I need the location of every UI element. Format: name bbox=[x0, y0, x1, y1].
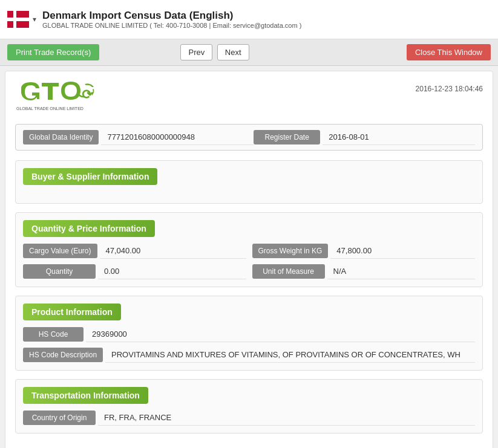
quantity-price-section: Quantity & Price Information Cargo Value… bbox=[15, 212, 483, 287]
timestamp: 2016-12-23 18:04:46 bbox=[416, 85, 483, 93]
logo-container: ⟳ GLOBAL TRADE ONLINE LIMITED bbox=[15, 81, 100, 114]
country-origin-label: Country of Origin bbox=[23, 411, 96, 425]
identity-row: Global Data Identity 7771201608000000094… bbox=[15, 124, 483, 151]
nav-group: Prev Next bbox=[178, 44, 249, 60]
buyer-supplier-section: Buyer & Supplier Information bbox=[15, 160, 483, 204]
main-content: ⟳ GLOBAL TRADE ONLINE LIMITED 2016-12-23… bbox=[5, 71, 493, 448]
svg-rect-2 bbox=[7, 18, 29, 21]
global-data-value: 77712016080000000948 bbox=[101, 129, 254, 145]
register-date-label: Register Date bbox=[254, 130, 320, 144]
toolbar: Print Trade Record(s) Prev Next Close Th… bbox=[0, 39, 498, 66]
header-dropdown-arrow[interactable]: ▾ bbox=[33, 15, 36, 24]
gto-logo-icon: ⟳ GLOBAL TRADE ONLINE LIMITED bbox=[15, 81, 100, 114]
close-button[interactable]: Close This Window bbox=[407, 44, 491, 60]
quantity-label: Quantity bbox=[23, 264, 96, 279]
hs-desc-label: HS Code Description bbox=[23, 348, 103, 362]
header-subtitle: GLOBAL TRADE ONLINE LIMITED ( Tel: 400-7… bbox=[42, 22, 491, 29]
hs-desc-row: HS Code Description PROVITAMINS AND MIXT… bbox=[23, 347, 475, 363]
gross-weight-value: 47,800.00 bbox=[330, 243, 475, 259]
uom-value: N/A bbox=[327, 264, 476, 279]
denmark-flag-icon bbox=[7, 11, 29, 28]
print-button[interactable]: Print Trade Record(s) bbox=[7, 44, 99, 60]
quantity-box: Quantity 0.00 bbox=[23, 264, 246, 279]
svg-text:GLOBAL TRADE ONLINE LIMITED: GLOBAL TRADE ONLINE LIMITED bbox=[16, 106, 84, 111]
country-origin-box: Country of Origin FR, FRA, FRANCE bbox=[23, 410, 475, 426]
register-date-value: 2016-08-01 bbox=[323, 129, 475, 145]
svg-text:⟳: ⟳ bbox=[82, 87, 94, 102]
header-bar: ▾ Denmark Import Census Data (English) G… bbox=[0, 0, 498, 39]
cargo-value-label: Cargo Value (Euro) bbox=[23, 244, 97, 258]
buyer-supplier-header: Buyer & Supplier Information bbox=[23, 168, 157, 185]
uom-label: Unit of Measure bbox=[252, 264, 325, 279]
logo-row: ⟳ GLOBAL TRADE ONLINE LIMITED 2016-12-23… bbox=[15, 81, 483, 114]
header-title: Denmark Import Census Data (English) bbox=[42, 10, 491, 22]
prev-button[interactable]: Prev bbox=[180, 44, 212, 60]
country-origin-value: FR, FRA, FRANCE bbox=[98, 410, 475, 426]
country-origin-row: Country of Origin FR, FRA, FRANCE bbox=[23, 410, 475, 426]
global-data-label: Global Data Identity bbox=[23, 130, 99, 144]
hs-code-value: 29369000 bbox=[86, 326, 475, 342]
quantity-price-header: Quantity & Price Information bbox=[23, 220, 155, 237]
quantity-uom-row: Quantity 0.00 Unit of Measure N/A bbox=[23, 264, 475, 279]
hs-code-row: HS Code 29369000 bbox=[23, 326, 475, 342]
gross-weight-box: Gross Weight in KG 47,800.00 bbox=[252, 243, 476, 259]
product-header: Product Information bbox=[23, 304, 121, 320]
hs-code-label: HS Code bbox=[23, 327, 84, 342]
transportation-header: Transportation Information bbox=[23, 387, 148, 404]
transportation-section: Transportation Information Country of Or… bbox=[15, 379, 483, 433]
cargo-gross-row: Cargo Value (Euro) 47,040.00 Gross Weigh… bbox=[23, 243, 475, 259]
gross-weight-label: Gross Weight in KG bbox=[252, 244, 329, 258]
hs-desc-box: HS Code Description PROVITAMINS AND MIXT… bbox=[23, 347, 475, 363]
hs-code-box: HS Code 29369000 bbox=[23, 326, 475, 342]
uom-box: Unit of Measure N/A bbox=[252, 264, 476, 279]
hs-desc-value: PROVITAMINS AND MIXTURES OF VITAMINS, OF… bbox=[105, 347, 475, 363]
product-section: Product Information HS Code 29369000 HS … bbox=[15, 296, 483, 371]
quantity-value: 0.00 bbox=[98, 264, 246, 279]
next-button[interactable]: Next bbox=[217, 44, 249, 60]
cargo-value-box: Cargo Value (Euro) 47,040.00 bbox=[23, 243, 246, 259]
cargo-value-value: 47,040.00 bbox=[100, 243, 246, 259]
header-title-block: Denmark Import Census Data (English) GLO… bbox=[42, 10, 491, 29]
